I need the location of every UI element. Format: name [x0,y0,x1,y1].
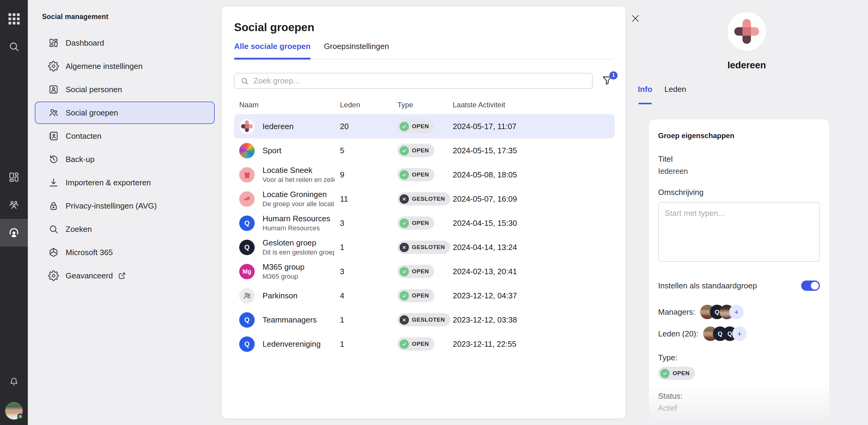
group-properties-card: Groep eigenschappen Titel Iedereen Omsch… [649,120,829,418]
group-name: Parkinson [262,291,298,300]
search-row: 1 [234,73,615,89]
group-avatar [239,288,255,303]
column-header-laatste-activiteit: Laatste Activiteit [453,101,615,109]
last-activity: 2024-04-14, 13:24 [453,243,615,252]
sidebar-item-label: Social groepen [66,108,118,118]
member-count: 9 [340,170,397,179]
tab-alle-sociale-groepen[interactable]: Alle sociale groepen [234,42,311,59]
last-activity: 2024-05-07, 16:09 [453,194,615,204]
table-row[interactable]: Q Teammanagers 1 GESLOTEN 2023-12-12, 03… [234,308,615,332]
search-icon [48,224,59,235]
status-label: Status: [658,391,820,401]
tab-groepsinstellingen[interactable]: Groepsinstellingen [324,42,389,59]
default-group-label: Instellen als standaardgroep [658,281,757,291]
people-icon [48,107,59,118]
table-row[interactable]: Mg M365 group M365 group 3 OPEN 2024-02-… [234,259,615,284]
type-badge: OPEN [397,168,434,182]
group-name: Locatie Groningen [262,190,335,199]
bell-icon[interactable] [0,367,28,395]
group-logo [727,12,766,51]
microsoft-365-icon [48,247,59,258]
type-badge: OPEN [658,367,695,380]
omschrijving-label: Omschrijving [658,188,820,197]
sidebar-item-dashboard[interactable]: Dashboard [35,32,215,54]
table-row[interactable]: Q Humarn Resources Humarn Resources 3 OP… [234,211,615,235]
sidebar-item-label: Social personen [66,85,122,94]
check-icon [400,146,409,155]
table-header: Naam Leden Type Laatste Activiteit [234,99,615,111]
group-search-box[interactable] [234,73,593,89]
search-icon[interactable] [0,33,28,61]
table-row[interactable]: Q Gesloten groep Dit is een gesloten gro… [234,235,615,259]
sidebar: Social management Dashboard Algemene ins… [28,0,222,425]
sidebar-item-backup[interactable]: Back-up [35,148,215,170]
search-input[interactable] [253,76,587,86]
type-badge: OPEN [397,120,434,133]
add-manager-button[interactable]: + [729,305,744,319]
dashboard-icon [48,37,59,48]
people-group-icon[interactable] [0,191,28,219]
external-link-icon [118,271,126,280]
last-activity: 2024-05-08, 18:05 [453,170,615,179]
titel-value: Iedereen [658,167,820,175]
group-avatar [239,191,255,207]
sidebar-item-contacten[interactable]: Contacten [35,125,215,147]
card-title: Groep eigenschappen [658,131,820,140]
social-profile-icon[interactable] [0,219,28,247]
sidebar-item-zoeken[interactable]: Zoeken [35,218,215,240]
group-subtitle: Dit is een gesloten groep [262,249,335,256]
column-header-leden: Leden [340,101,397,109]
sidebar-item-microsoft-365[interactable]: Microsoft 365 [35,241,215,264]
table-row[interactable]: Sport 5 OPEN 2024-05-15, 17:35 [234,138,615,163]
table-row[interactable]: Iedereen 20 OPEN 2024-05-17, 11:07 [234,114,615,138]
table-row[interactable]: Locatie Sneek Voor al het reilen en zeil… [234,163,615,187]
sidebar-item-label: Contacten [66,131,102,141]
default-group-toggle[interactable] [801,281,820,291]
modules-icon[interactable] [0,163,28,191]
user-avatar[interactable] [5,402,23,420]
close-icon[interactable] [630,13,642,25]
sidebar-item-geavanceerd[interactable]: Geavanceerd [35,264,215,287]
sidebar-item-privacy-instellingen[interactable]: Privacy-instellingen (AVG) [35,195,215,217]
online-status-dot [17,414,23,420]
description-textarea[interactable] [658,202,820,262]
check-icon [660,369,670,378]
sidebar-item-importeren-exporteren[interactable]: Importeren & exporteren [35,171,215,194]
status-value: Actief [658,404,820,413]
check-icon [400,170,409,179]
last-activity: 2024-02-13, 20:41 [453,267,615,276]
leden-row: Leden (20): Q Q + [658,326,820,341]
apps-grid-icon[interactable] [0,5,28,33]
group-avatar [239,167,255,183]
tab-info[interactable]: Info [638,85,652,101]
social-groups-panel: Social groepen Alle sociale groepen Groe… [222,7,625,418]
filter-button[interactable]: 1 [601,74,615,88]
sidebar-item-algemene-instellingen[interactable]: Algemene instellingen [35,55,215,77]
lock-icon [48,200,59,211]
history-icon [48,154,59,165]
type-badge: GESLOTEN [397,240,450,254]
group-name: Ledenvereniging [262,339,320,349]
member-count: 3 [340,219,397,228]
sidebar-item-social-personen[interactable]: Social personen [35,78,215,101]
gear-icon [48,270,59,281]
sidebar-item-social-groepen[interactable]: Social groepen [35,102,215,124]
tab-leden[interactable]: Leden [664,85,686,101]
last-activity: 2023-12-12, 04:37 [453,291,615,300]
type-badge: OPEN [397,217,434,230]
type-badge: GESLOTEN [397,313,450,326]
contacts-icon [48,131,59,141]
check-icon [400,291,409,300]
type-badge: GESLOTEN [397,192,450,205]
sidebar-item-label: Privacy-instellingen (AVG) [66,201,157,211]
add-member-button[interactable]: + [732,326,747,341]
group-subtitle: De groep voor alle locatiec [262,200,335,208]
x-icon [400,315,409,325]
table-row[interactable]: Parkinson 4 OPEN 2023-12-12, 04:37 [234,284,615,308]
detail-group-title: Iedereen [727,60,766,71]
titel-label: Titel [658,155,820,164]
table-row[interactable]: Locatie Groningen De groep voor alle loc… [234,187,615,211]
managers-row: Managers: Q + [658,305,820,319]
type-badge: OPEN [397,144,434,157]
table-row[interactable]: Q Ledenvereniging 1 OPEN 2023-12-11, 22:… [234,332,615,356]
